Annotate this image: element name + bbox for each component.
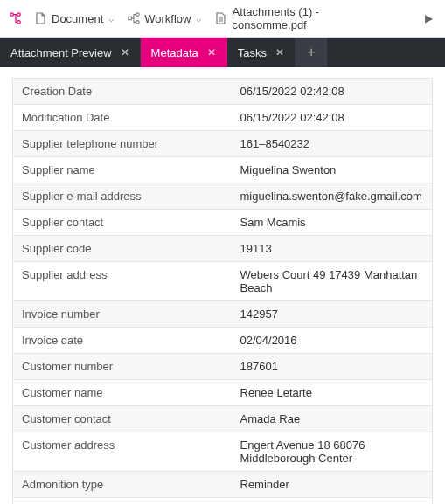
metadata-value: 161–8540232 [232, 131, 433, 157]
metadata-key: Admonition type [13, 472, 232, 498]
metadata-value: 142957 [232, 301, 433, 328]
close-icon[interactable]: ✕ [121, 46, 129, 59]
metadata-value: Amada Rae [232, 406, 433, 432]
metadata-key: Invoice number [13, 301, 232, 328]
metadata-key: Customer number [13, 354, 232, 380]
tab-metadata[interactable]: Metadata ✕ [141, 38, 227, 67]
table-row: Supplier nameMiguelina Swenton [13, 157, 433, 183]
table-row: Modification Date06/15/2022 02:42:08 [13, 105, 433, 131]
metadata-value: 06/17/2016 [232, 498, 433, 505]
metadata-key: Supplier code [13, 236, 232, 262]
table-row: Invoice number142957 [13, 301, 433, 328]
metadata-key: Supplier contact [13, 210, 232, 236]
table-row: Customer nameRenee Letarte [13, 380, 433, 406]
metadata-key: Customer name [13, 380, 232, 406]
svg-point-4 [136, 13, 139, 17]
tab-tasks[interactable]: Tasks ✕ [227, 38, 296, 67]
content-area: Creation Date06/15/2022 02:42:08Modifica… [0, 67, 445, 504]
toolbar-workflow-label: Workflow [144, 12, 191, 25]
tab-add-button[interactable]: + [296, 38, 327, 67]
toolbar-attachments-label: Attachments (1) - consomme.pdf [232, 5, 397, 31]
workflow-icon [127, 12, 140, 25]
close-icon[interactable]: ✕ [207, 46, 216, 59]
table-row: Customer number187601 [13, 354, 433, 380]
svg-point-2 [17, 21, 20, 24]
metadata-key: Customer address [13, 432, 232, 472]
svg-point-1 [17, 13, 20, 17]
svg-point-5 [136, 21, 139, 24]
close-icon[interactable]: ✕ [275, 46, 284, 59]
table-row: Customer contactAmada Rae [13, 406, 433, 432]
table-row: Admonition date06/17/2016 [13, 498, 433, 505]
toolbar-attachments[interactable]: Attachments (1) - consomme.pdf [214, 5, 397, 31]
metadata-value: Sam Mcamis [232, 210, 433, 236]
svg-point-0 [10, 13, 13, 17]
metadata-value: 02/04/2016 [232, 328, 433, 354]
metadata-key: Supplier address [13, 262, 232, 301]
metadata-value: Engert Avenue 18 68076 Middleborough Cen… [232, 432, 433, 472]
metadata-value: Miguelina Swenton [232, 157, 433, 183]
tab-attachment-preview[interactable]: Attachment Preview ✕ [0, 38, 141, 67]
table-row: Admonition typeReminder [13, 472, 433, 498]
metadata-key: Creation Date [13, 79, 232, 105]
metadata-value: Renee Letarte [232, 380, 433, 406]
attachments-icon [214, 12, 227, 25]
metadata-value: 06/15/2022 02:42:08 [232, 105, 433, 131]
metadata-value: Webers Court 49 17439 Manhattan Beach [232, 262, 433, 301]
document-icon [34, 12, 47, 25]
table-row: Supplier telephone number161–8540232 [13, 131, 433, 157]
chevron-down-icon: ⌵ [108, 13, 115, 24]
metadata-key: Supplier name [13, 157, 232, 183]
tab-label: Metadata [151, 46, 198, 59]
chevron-down-icon: ⌵ [196, 13, 202, 24]
metadata-key: Invoice date [13, 328, 232, 354]
toolbar-scroll-right[interactable]: ▶ [421, 12, 436, 24]
table-row: Supplier e-mail addressmiguelina.swenton… [13, 183, 433, 210]
metadata-value: 06/15/2022 02:42:08 [232, 79, 433, 105]
metadata-key: Modification Date [13, 105, 232, 131]
tab-bar: Attachment Preview ✕ Metadata ✕ Tasks ✕ … [0, 38, 445, 67]
metadata-key: Admonition date [13, 498, 232, 505]
metadata-value: Reminder [232, 472, 433, 498]
tab-label: Attachment Preview [10, 46, 112, 59]
table-row: Invoice date02/04/2016 [13, 328, 433, 354]
table-row: Supplier contactSam Mcamis [13, 210, 433, 236]
metadata-key: Customer contact [13, 406, 232, 432]
metadata-key: Supplier e-mail address [13, 183, 232, 210]
metadata-key: Supplier telephone number [13, 131, 232, 157]
metadata-value: 19113 [232, 236, 433, 262]
table-row: Supplier code19113 [13, 236, 433, 262]
tab-label: Tasks [238, 46, 267, 59]
table-row: Creation Date06/15/2022 02:42:08 [13, 79, 433, 105]
metadata-value: 187601 [232, 354, 433, 380]
toolbar: Document ⌵ Workflow ⌵ Attachments (1) - … [0, 0, 445, 38]
toolbar-document[interactable]: Document ⌵ [34, 12, 115, 25]
tree-icon[interactable] [9, 12, 22, 25]
table-row: Supplier addressWebers Court 49 17439 Ma… [13, 262, 433, 301]
svg-rect-3 [129, 17, 132, 20]
table-row: Customer addressEngert Avenue 18 68076 M… [13, 432, 433, 472]
metadata-table: Creation Date06/15/2022 02:42:08Modifica… [12, 78, 433, 504]
metadata-value: miguelina.swenton@fake.gmail.com [232, 183, 433, 210]
toolbar-workflow[interactable]: Workflow ⌵ [127, 12, 202, 25]
toolbar-document-label: Document [52, 12, 103, 25]
